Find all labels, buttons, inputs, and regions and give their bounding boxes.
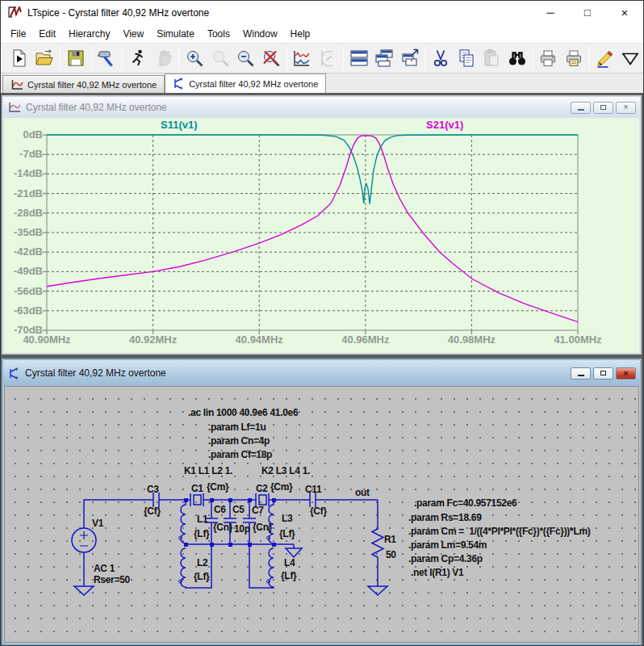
edit-pencil-button[interactable] [592, 45, 618, 72]
schematic-label[interactable]: 50 [386, 550, 396, 560]
c2-capacitor[interactable] [256, 493, 310, 506]
menu-tools[interactable]: Tools [201, 26, 236, 42]
schematic-label[interactable]: .param Cp=4.36p [408, 554, 483, 564]
sch-minimize-button[interactable] [571, 367, 591, 380]
menu-hierarchy[interactable]: Hierarchy [62, 26, 116, 42]
schematic-label[interactable]: .param Lm=9.54m [408, 540, 487, 551]
schematic-label[interactable]: L4 [284, 558, 295, 568]
schematic-label[interactable]: out [355, 488, 370, 498]
toolbar-separator [122, 47, 123, 69]
new-schematic-button[interactable] [6, 45, 32, 72]
schematic-label[interactable]: V1 [92, 518, 103, 529]
control-panel-hammer-button[interactable] [94, 45, 120, 72]
schematic-window: Cyrstal filter 40,92 MHz overtone × [2, 359, 642, 645]
schematic-label[interactable]: .ac lin 1000 40.9e6 41.0e6 [188, 408, 298, 418]
tab-waveform[interactable]: Cyrstal filter 40,92 MHz overtone [2, 75, 165, 93]
schematic-window-title: Cyrstal filter 40,92 MHz overtone [25, 367, 166, 379]
schematic-label[interactable]: L1 [197, 514, 207, 525]
waveform-pane[interactable]: S11(v1) S21(v1) 0dB-7dB-14dB-21dB-28dB-3… [4, 118, 639, 353]
r1-resistor[interactable] [368, 500, 387, 595]
trace-label-s11[interactable]: S11(v1) [161, 119, 198, 131]
schematic-label[interactable]: .param Cm = 1/((4*PI*PI*({Fc})*({Fc}))*L… [408, 526, 591, 537]
schematic-label[interactable]: R1 [384, 535, 396, 545]
plot-minimize-button[interactable] [571, 102, 591, 114]
schematic-label[interactable]: {Lf} [194, 572, 209, 582]
schematic-label[interactable]: 10p [234, 524, 250, 535]
zoom-out-button[interactable] [233, 45, 259, 72]
ground-rail[interactable] [186, 544, 302, 557]
run-man-button[interactable] [125, 45, 151, 72]
menu-help[interactable]: Help [284, 26, 317, 42]
waveform-plot-button[interactable] [290, 45, 316, 72]
c1-capacitor[interactable] [186, 493, 211, 506]
tile-horizontal-button[interactable] [346, 45, 372, 72]
schematic-label[interactable]: .param Cf=18p [208, 450, 272, 460]
schematic-label[interactable]: {Cf} [310, 506, 327, 517]
sch-restore-button[interactable] [593, 367, 613, 380]
menu-edit[interactable]: Edit [32, 26, 62, 42]
menu-file[interactable]: File [4, 26, 32, 42]
schematic-label[interactable]: K1 L1 L2 1. [184, 466, 232, 476]
zoom-in-button[interactable] [182, 45, 207, 72]
schematic-label[interactable]: {Cn} [253, 522, 272, 533]
schematic-label[interactable]: {Cf} [144, 506, 161, 517]
schematic-label[interactable]: {Lf} [281, 571, 296, 581]
schematic-label[interactable]: C11 [305, 484, 321, 495]
schematic-label[interactable]: {Cm} [207, 482, 228, 493]
y-tick-label: 0dB [6, 128, 43, 141]
minimize-button[interactable]: ─ [532, 1, 569, 24]
schematic-label[interactable]: C6 [214, 505, 226, 515]
schematic-label[interactable]: L2 [197, 558, 207, 568]
schematic-label[interactable]: Rser=50 [94, 575, 130, 585]
schematic-label[interactable]: {Lf} [279, 529, 295, 539]
schematic-label[interactable]: C1 [191, 484, 203, 494]
copy-button[interactable] [454, 45, 479, 72]
plot-close-button[interactable]: × [616, 102, 636, 114]
l4-inductor[interactable] [249, 544, 274, 588]
schematic-label[interactable]: .param Lf=1u [208, 422, 266, 433]
schematic-window-titlebar[interactable]: Cyrstal filter 40,92 MHz overtone × [3, 360, 640, 386]
l1-inductor[interactable] [179, 500, 186, 544]
menu-window[interactable]: Window [236, 26, 284, 42]
waveform-plot-svg [4, 118, 639, 353]
schematic-label[interactable]: C5 [232, 505, 245, 515]
waveform-window-titlebar[interactable]: Cyrstal filter 40,92 MHz overtone × [3, 97, 640, 118]
find-binoculars-button[interactable] [504, 45, 530, 72]
halt-hand-button [151, 45, 177, 72]
schematic-canvas[interactable]: .ac lin 1000 40.9e6 41.0e6.param Lf=1u.p… [4, 386, 639, 643]
tile-vertical-button[interactable] [371, 45, 397, 72]
schematic-label[interactable]: .param Cn=4p [208, 436, 270, 447]
print-preview-button[interactable] [561, 45, 587, 72]
schematic-label[interactable]: .net I(R1) V1 [411, 568, 463, 578]
schematic-label[interactable]: {Lf} [194, 529, 209, 539]
maximize-button[interactable]: □ [569, 1, 606, 24]
schematic-label[interactable]: {Cn} [213, 522, 232, 533]
place-ground-button[interactable] [617, 45, 643, 72]
menu-view[interactable]: View [116, 26, 150, 42]
title-bar[interactable]: LTspice - Cyrstal filter 40,92 MHz overt… [1, 1, 643, 24]
plot-restore-button[interactable] [593, 102, 613, 114]
tab-schematic[interactable]: Cyrstal filter 40,92 MHz overtone [165, 73, 326, 93]
schematic-label[interactable]: C7 [252, 505, 264, 516]
cascade-windows-button[interactable] [397, 45, 423, 72]
schematic-label[interactable]: K2 L3 L4 1. [261, 466, 310, 476]
zoom-full-extents-button[interactable] [258, 45, 284, 72]
schematic-label[interactable]: C3 [147, 484, 159, 495]
sch-close-button[interactable]: × [616, 367, 636, 380]
cut-scissors-button[interactable] [428, 45, 454, 72]
schematic-label[interactable]: .param Rs=18.69 [408, 513, 482, 523]
schematic-label[interactable]: .param Fc=40.957152e6 [414, 498, 516, 509]
schematic-label[interactable]: C2 [256, 484, 268, 494]
close-button[interactable]: × [606, 1, 643, 24]
save-button[interactable] [63, 45, 89, 72]
print-button[interactable] [536, 45, 562, 72]
schematic-label[interactable]: AC 1 [94, 564, 115, 574]
y-tick-label: -42dB [6, 245, 43, 258]
menu-simulate[interactable]: Simulate [150, 26, 201, 42]
x-tick-label: 40.98MHz [437, 333, 505, 346]
trace-label-s21[interactable]: S21(v1) [426, 119, 463, 131]
schematic-label[interactable]: L3 [282, 514, 292, 524]
schematic-label[interactable]: {Cm} [270, 482, 292, 493]
toolbar-separator [343, 47, 344, 69]
open-folder-button[interactable] [32, 45, 58, 72]
